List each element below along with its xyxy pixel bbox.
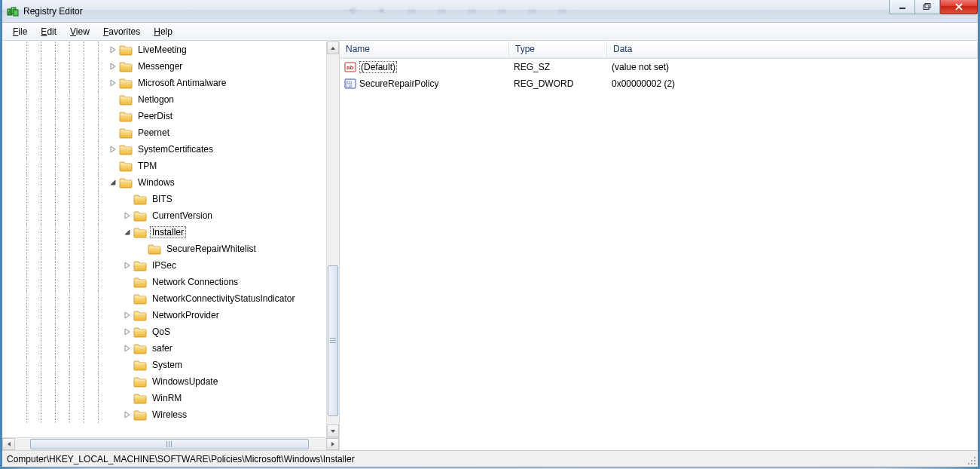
tree-item[interactable]: Microsoft Antimalware: [2, 75, 326, 91]
tree-item[interactable]: Windows: [2, 174, 326, 191]
scroll-thumb[interactable]: [30, 439, 309, 449]
svg-marker-14: [111, 180, 115, 185]
menu-view[interactable]: View: [64, 25, 96, 38]
tree-vertical-scrollbar[interactable]: [326, 41, 339, 437]
tree-item[interactable]: Messenger: [2, 58, 326, 75]
value-name: SecureRepairPolicy: [359, 78, 438, 89]
registry-tree-panel: LiveMeeting Messenger Microsoft Antimalw…: [2, 41, 340, 450]
menu-file[interactable]: File: [7, 25, 33, 38]
tree-item[interactable]: Peernet: [2, 124, 326, 141]
tree-item[interactable]: safer: [2, 340, 326, 357]
expand-icon[interactable]: [121, 309, 133, 321]
tree-item-label: LiveMeeting: [136, 44, 189, 56]
tree-item[interactable]: QoS: [2, 323, 326, 340]
tree-item[interactable]: Netlogon: [2, 91, 326, 108]
value-data: 0x00000002 (2): [607, 78, 978, 89]
registry-editor-window: Registry Editor ⟲✕▭▭▭▭▭▭ File: [2, 0, 978, 467]
values-list[interactable]: ab (Default)REG_SZ(value not set) 011 11…: [340, 59, 978, 450]
tree-item[interactable]: Wireless: [2, 406, 326, 423]
expand-icon[interactable]: [107, 143, 119, 155]
folder-icon: [133, 226, 147, 238]
svg-point-32: [974, 460, 975, 461]
tree-item-label: Windows: [136, 176, 177, 189]
menu-edit[interactable]: Edit: [35, 25, 63, 38]
scroll-up-button[interactable]: [327, 41, 339, 54]
tree-item[interactable]: Network Connections: [2, 274, 326, 290]
minimize-button[interactable]: [889, 0, 914, 14]
svg-point-33: [974, 457, 975, 458]
tree-item-label: NetworkConnectivityStatusIndicator: [150, 293, 297, 305]
expand-icon[interactable]: [107, 60, 119, 72]
tree-item-label: PeerDist: [136, 110, 175, 122]
statusbar: Computer\HKEY_LOCAL_MACHINE\SOFTWARE\Pol…: [2, 450, 978, 467]
scroll-left-button[interactable]: [2, 438, 15, 450]
tree-item[interactable]: WindowsUpdate: [2, 373, 326, 390]
tree-item-label: SecureRepairWhitelist: [164, 243, 258, 255]
expand-icon[interactable]: [121, 342, 133, 354]
tree-item[interactable]: LiveMeeting: [2, 41, 326, 58]
content-area: LiveMeeting Messenger Microsoft Antimalw…: [2, 41, 978, 450]
maximize-button[interactable]: [914, 0, 940, 14]
tree-item[interactable]: CurrentVersion: [2, 207, 326, 224]
tree-item[interactable]: SystemCertificates: [2, 141, 326, 158]
tree-horizontal-scrollbar[interactable]: [2, 437, 339, 450]
svg-marker-12: [111, 80, 115, 86]
tree-item[interactable]: PeerDist: [2, 108, 326, 124]
close-button[interactable]: [940, 0, 978, 14]
tree-item-label: Peernet: [136, 127, 172, 139]
folder-icon: [119, 110, 133, 122]
column-type[interactable]: Type: [509, 41, 607, 58]
string-value-icon: ab: [344, 61, 356, 73]
tree-item[interactable]: SecureRepairWhitelist: [2, 241, 326, 257]
value-row[interactable]: 011 110 SecureRepairPolicyREG_DWORD0x000…: [340, 75, 978, 92]
svg-marker-20: [125, 345, 130, 351]
tree-item-label: SystemCertificates: [136, 143, 215, 155]
column-name[interactable]: Name: [340, 41, 509, 58]
resize-grip-icon[interactable]: [967, 456, 976, 465]
folder-icon: [133, 359, 147, 371]
expand-icon[interactable]: [107, 77, 119, 89]
menubar: File Edit View Favorites Help: [2, 23, 978, 41]
tree-item[interactable]: System: [2, 357, 326, 373]
folder-icon: [133, 293, 147, 305]
registry-tree[interactable]: LiveMeeting Messenger Microsoft Antimalw…: [2, 41, 326, 423]
value-row[interactable]: ab (Default)REG_SZ(value not set): [340, 59, 978, 75]
folder-icon: [119, 143, 133, 155]
expand-icon[interactable]: [121, 259, 133, 271]
folder-icon: [133, 259, 147, 271]
svg-marker-17: [125, 262, 130, 268]
menu-help[interactable]: Help: [148, 25, 179, 38]
values-header: Name Type Data: [340, 41, 978, 59]
folder-icon: [133, 342, 147, 354]
tree-item[interactable]: NetworkConnectivityStatusIndicator: [2, 290, 326, 307]
tree-item[interactable]: Installer: [2, 224, 326, 241]
tree-item[interactable]: NetworkProvider: [2, 307, 326, 323]
tree-item[interactable]: WinRM: [2, 390, 326, 406]
expand-icon[interactable]: [121, 409, 133, 421]
tree-item[interactable]: IPSec: [2, 257, 326, 274]
svg-marker-21: [125, 412, 130, 418]
svg-marker-25: [331, 442, 334, 446]
tree-item[interactable]: BITS: [2, 191, 326, 207]
svg-marker-11: [111, 63, 115, 69]
scroll-down-button[interactable]: [327, 425, 339, 437]
svg-point-31: [974, 463, 975, 464]
collapse-icon[interactable]: [107, 176, 119, 189]
svg-marker-15: [125, 213, 130, 219]
tree-item[interactable]: TPM: [2, 158, 326, 174]
collapse-icon[interactable]: [121, 226, 133, 238]
expand-icon[interactable]: [107, 44, 119, 56]
tree-item-label: Wireless: [150, 409, 189, 421]
column-data[interactable]: Data: [607, 41, 978, 58]
svg-rect-6: [924, 5, 929, 9]
scroll-thumb[interactable]: [328, 265, 338, 416]
tree-item-label: QoS: [150, 326, 172, 338]
value-type: REG_DWORD: [509, 78, 607, 89]
expand-icon[interactable]: [121, 210, 133, 222]
scroll-right-button[interactable]: [326, 438, 339, 450]
svg-marker-18: [125, 312, 130, 318]
menu-favorites[interactable]: Favorites: [97, 25, 146, 38]
tree-item-label: WindowsUpdate: [150, 376, 220, 388]
svg-rect-7: [925, 3, 930, 8]
expand-icon[interactable]: [121, 326, 133, 338]
